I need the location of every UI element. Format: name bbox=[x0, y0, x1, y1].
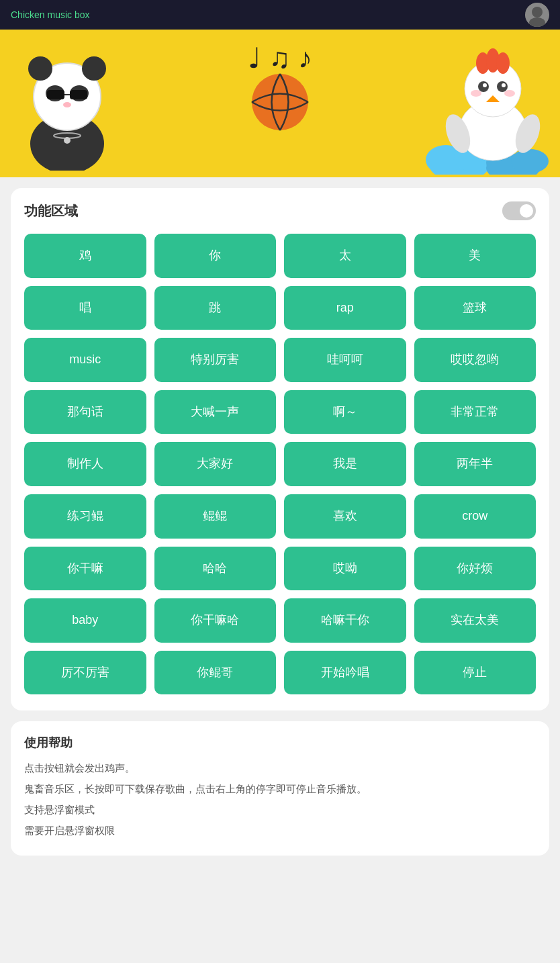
music-button-1[interactable]: 你 bbox=[154, 234, 277, 278]
music-button-10[interactable]: 哇呵呵 bbox=[284, 338, 406, 382]
music-button-31[interactable]: 实在太美 bbox=[414, 598, 536, 643]
music-button-2[interactable]: 太 bbox=[284, 234, 406, 278]
music-button-21[interactable]: 鲲鲲 bbox=[154, 494, 277, 539]
section-header: 功能区域 bbox=[24, 201, 536, 220]
music-button-18[interactable]: 我是 bbox=[284, 442, 406, 486]
chicken-character bbox=[439, 43, 547, 164]
svg-rect-9 bbox=[47, 90, 64, 99]
music-button-11[interactable]: 哎哎忽哟 bbox=[414, 338, 536, 382]
music-button-30[interactable]: 哈嘛干你 bbox=[284, 598, 406, 643]
music-button-29[interactable]: 你干嘛哈 bbox=[154, 598, 277, 643]
svg-point-14 bbox=[64, 137, 71, 144]
music-button-28[interactable]: baby bbox=[24, 598, 146, 643]
feature-toggle[interactable] bbox=[502, 201, 536, 220]
svg-point-5 bbox=[28, 56, 52, 81]
help-content: 点击按钮就会发出鸡声。鬼畜音乐区，长按即可下载保存歌曲，点击右上角的停字即可停止… bbox=[24, 759, 536, 839]
help-card: 使用帮助 点击按钮就会发出鸡声。鬼畜音乐区，长按即可下载保存歌曲，点击右上角的停… bbox=[11, 721, 549, 856]
music-button-20[interactable]: 练习鲲 bbox=[24, 494, 146, 539]
svg-point-20 bbox=[496, 52, 510, 74]
app-header: Chicken music box bbox=[0, 0, 560, 30]
music-button-34[interactable]: 开始吟唱 bbox=[284, 651, 406, 695]
music-button-26[interactable]: 哎呦 bbox=[284, 547, 406, 591]
music-button-33[interactable]: 你鲲哥 bbox=[154, 651, 277, 695]
help-line-1: 鬼畜音乐区，长按即可下载保存歌曲，点击右上角的停字即可停止音乐播放。 bbox=[24, 780, 536, 798]
help-title: 使用帮助 bbox=[24, 735, 536, 751]
svg-point-23 bbox=[483, 83, 487, 87]
music-button-13[interactable]: 大喊一声 bbox=[154, 390, 277, 434]
music-button-12[interactable]: 那句话 bbox=[24, 390, 146, 434]
music-button-24[interactable]: 你干嘛 bbox=[24, 547, 146, 591]
music-button-15[interactable]: 非常正常 bbox=[414, 390, 536, 434]
music-button-4[interactable]: 唱 bbox=[24, 286, 146, 330]
app-title: Chicken music box bbox=[11, 9, 90, 20]
banner-image: ♩ ♫ ♪ bbox=[0, 30, 560, 177]
svg-point-27 bbox=[504, 90, 515, 97]
music-button-9[interactable]: 特别厉害 bbox=[154, 338, 277, 382]
svg-rect-10 bbox=[70, 90, 87, 99]
music-button-35[interactable]: 停止 bbox=[414, 651, 536, 695]
music-button-0[interactable]: 鸡 bbox=[24, 234, 146, 278]
music-button-22[interactable]: 喜欢 bbox=[284, 494, 406, 539]
music-notes-decoration: ♩ ♫ ♪ bbox=[248, 42, 312, 75]
music-button-16[interactable]: 制作人 bbox=[24, 442, 146, 486]
svg-point-24 bbox=[502, 83, 506, 87]
help-line-3: 需要开启悬浮窗权限 bbox=[24, 821, 536, 839]
music-button-32[interactable]: 厉不厉害 bbox=[24, 651, 146, 695]
svg-point-26 bbox=[471, 90, 481, 97]
svg-point-12 bbox=[63, 102, 71, 107]
music-button-23[interactable]: crow bbox=[414, 494, 536, 539]
basketball-decoration bbox=[250, 72, 310, 135]
feature-title: 功能区域 bbox=[24, 202, 78, 220]
music-button-6[interactable]: rap bbox=[284, 286, 406, 330]
music-button-17[interactable]: 大家好 bbox=[154, 442, 277, 486]
music-button-19[interactable]: 两年半 bbox=[414, 442, 536, 486]
svg-point-1 bbox=[532, 7, 543, 17]
svg-point-6 bbox=[82, 56, 106, 81]
help-line-0: 点击按钮就会发出鸡声。 bbox=[24, 759, 536, 777]
music-button-7[interactable]: 篮球 bbox=[414, 286, 536, 330]
music-button-14[interactable]: 啊～ bbox=[284, 390, 406, 434]
svg-point-15 bbox=[252, 74, 308, 130]
avatar bbox=[525, 3, 549, 27]
help-line-2: 支持悬浮窗模式 bbox=[24, 800, 536, 819]
music-button-27[interactable]: 你好烦 bbox=[414, 547, 536, 591]
music-button-5[interactable]: 跳 bbox=[154, 286, 277, 330]
music-button-3[interactable]: 美 bbox=[414, 234, 536, 278]
panda-character bbox=[13, 36, 121, 171]
music-button-25[interactable]: 哈哈 bbox=[154, 547, 277, 591]
music-button-8[interactable]: music bbox=[24, 338, 146, 382]
music-button-grid: 鸡你太美唱跳rap篮球music特别厉害哇呵呵哎哎忽哟那句话大喊一声啊～非常正常… bbox=[24, 234, 536, 694]
banner-content: ♩ ♫ ♪ bbox=[0, 30, 560, 177]
feature-card: 功能区域 鸡你太美唱跳rap篮球music特别厉害哇呵呵哎哎忽哟那句话大喊一声啊… bbox=[11, 188, 549, 710]
